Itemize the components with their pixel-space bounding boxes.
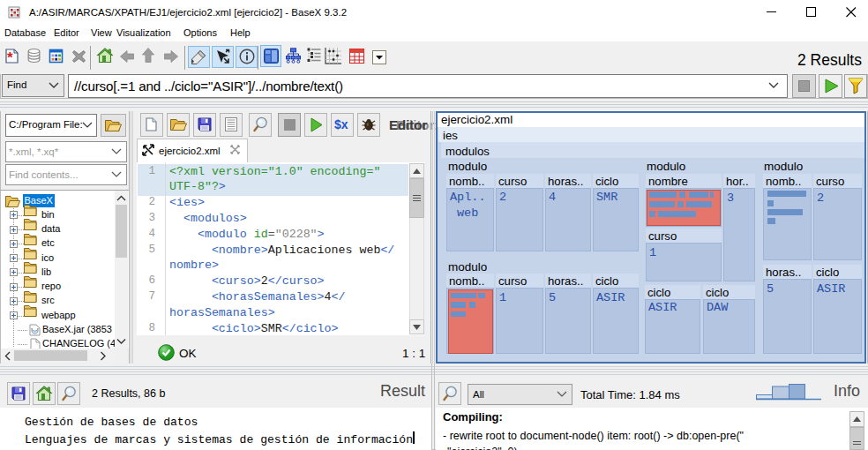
svg-text:*: * [7,49,13,66]
